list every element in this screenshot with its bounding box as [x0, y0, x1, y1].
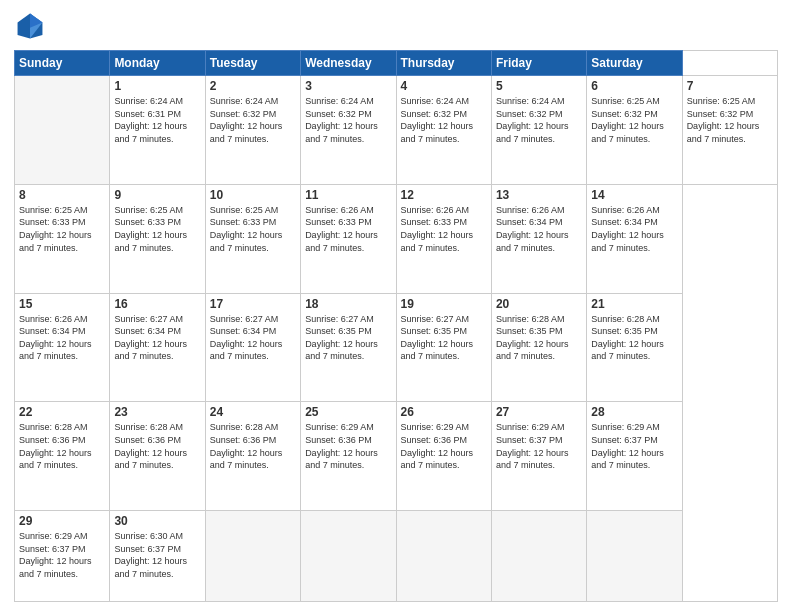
- header: [14, 10, 778, 42]
- day-number: 27: [496, 405, 582, 419]
- day-number: 18: [305, 297, 391, 311]
- day-number: 23: [114, 405, 200, 419]
- day-info: Sunrise: 6:27 AMSunset: 6:35 PMDaylight:…: [401, 313, 487, 363]
- col-monday: Monday: [110, 51, 205, 76]
- day-number: 28: [591, 405, 677, 419]
- day-info: Sunrise: 6:26 AMSunset: 6:34 PMDaylight:…: [496, 204, 582, 254]
- day-cell: 23Sunrise: 6:28 AMSunset: 6:36 PMDayligh…: [110, 402, 205, 511]
- day-cell: 30Sunrise: 6:30 AMSunset: 6:37 PMDayligh…: [110, 511, 205, 602]
- week-row-2: 8Sunrise: 6:25 AMSunset: 6:33 PMDaylight…: [15, 184, 778, 293]
- day-info: Sunrise: 6:25 AMSunset: 6:33 PMDaylight:…: [19, 204, 105, 254]
- day-number: 22: [19, 405, 105, 419]
- day-cell: 9Sunrise: 6:25 AMSunset: 6:33 PMDaylight…: [110, 184, 205, 293]
- day-info: Sunrise: 6:26 AMSunset: 6:33 PMDaylight:…: [305, 204, 391, 254]
- col-saturday: Saturday: [587, 51, 682, 76]
- day-number: 30: [114, 514, 200, 528]
- col-thursday: Thursday: [396, 51, 491, 76]
- day-info: Sunrise: 6:29 AMSunset: 6:36 PMDaylight:…: [305, 421, 391, 471]
- day-cell: 18Sunrise: 6:27 AMSunset: 6:35 PMDayligh…: [301, 293, 396, 402]
- day-number: 11: [305, 188, 391, 202]
- day-number: 4: [401, 79, 487, 93]
- day-cell: 11Sunrise: 6:26 AMSunset: 6:33 PMDayligh…: [301, 184, 396, 293]
- day-number: 7: [687, 79, 773, 93]
- day-info: Sunrise: 6:25 AMSunset: 6:33 PMDaylight:…: [114, 204, 200, 254]
- day-info: Sunrise: 6:28 AMSunset: 6:36 PMDaylight:…: [19, 421, 105, 471]
- day-info: Sunrise: 6:28 AMSunset: 6:36 PMDaylight:…: [210, 421, 296, 471]
- day-cell: 8Sunrise: 6:25 AMSunset: 6:33 PMDaylight…: [15, 184, 110, 293]
- logo: [14, 10, 50, 42]
- day-info: Sunrise: 6:24 AMSunset: 6:32 PMDaylight:…: [496, 95, 582, 145]
- day-cell: [491, 511, 586, 602]
- day-cell: 21Sunrise: 6:28 AMSunset: 6:35 PMDayligh…: [587, 293, 682, 402]
- day-cell: 16Sunrise: 6:27 AMSunset: 6:34 PMDayligh…: [110, 293, 205, 402]
- day-number: 20: [496, 297, 582, 311]
- day-cell: 27Sunrise: 6:29 AMSunset: 6:37 PMDayligh…: [491, 402, 586, 511]
- day-number: 26: [401, 405, 487, 419]
- page: Sunday Monday Tuesday Wednesday Thursday…: [0, 0, 792, 612]
- day-cell: 25Sunrise: 6:29 AMSunset: 6:36 PMDayligh…: [301, 402, 396, 511]
- day-number: 3: [305, 79, 391, 93]
- day-number: 9: [114, 188, 200, 202]
- day-info: Sunrise: 6:24 AMSunset: 6:32 PMDaylight:…: [305, 95, 391, 145]
- day-number: 1: [114, 79, 200, 93]
- day-info: Sunrise: 6:27 AMSunset: 6:34 PMDaylight:…: [210, 313, 296, 363]
- day-number: 6: [591, 79, 677, 93]
- day-cell: 4Sunrise: 6:24 AMSunset: 6:32 PMDaylight…: [396, 76, 491, 185]
- day-cell: [587, 511, 682, 602]
- day-number: 15: [19, 297, 105, 311]
- day-number: 24: [210, 405, 296, 419]
- day-cell: 7Sunrise: 6:25 AMSunset: 6:32 PMDaylight…: [682, 76, 777, 185]
- header-row: Sunday Monday Tuesday Wednesday Thursday…: [15, 51, 778, 76]
- day-cell: 3Sunrise: 6:24 AMSunset: 6:32 PMDaylight…: [301, 76, 396, 185]
- day-info: Sunrise: 6:29 AMSunset: 6:37 PMDaylight:…: [19, 530, 105, 580]
- col-tuesday: Tuesday: [205, 51, 300, 76]
- day-cell: [205, 511, 300, 602]
- day-info: Sunrise: 6:29 AMSunset: 6:37 PMDaylight:…: [496, 421, 582, 471]
- day-info: Sunrise: 6:24 AMSunset: 6:32 PMDaylight:…: [401, 95, 487, 145]
- day-cell: 10Sunrise: 6:25 AMSunset: 6:33 PMDayligh…: [205, 184, 300, 293]
- day-number: 16: [114, 297, 200, 311]
- day-info: Sunrise: 6:25 AMSunset: 6:32 PMDaylight:…: [687, 95, 773, 145]
- day-cell: 12Sunrise: 6:26 AMSunset: 6:33 PMDayligh…: [396, 184, 491, 293]
- calendar-table: Sunday Monday Tuesday Wednesday Thursday…: [14, 50, 778, 602]
- day-cell: 19Sunrise: 6:27 AMSunset: 6:35 PMDayligh…: [396, 293, 491, 402]
- col-wednesday: Wednesday: [301, 51, 396, 76]
- day-info: Sunrise: 6:24 AMSunset: 6:31 PMDaylight:…: [114, 95, 200, 145]
- day-cell: 29Sunrise: 6:29 AMSunset: 6:37 PMDayligh…: [15, 511, 110, 602]
- day-info: Sunrise: 6:24 AMSunset: 6:32 PMDaylight:…: [210, 95, 296, 145]
- day-number: 5: [496, 79, 582, 93]
- day-info: Sunrise: 6:28 AMSunset: 6:35 PMDaylight:…: [496, 313, 582, 363]
- day-cell: 20Sunrise: 6:28 AMSunset: 6:35 PMDayligh…: [491, 293, 586, 402]
- col-sunday: Sunday: [15, 51, 110, 76]
- day-number: 2: [210, 79, 296, 93]
- day-info: Sunrise: 6:27 AMSunset: 6:34 PMDaylight:…: [114, 313, 200, 363]
- day-number: 21: [591, 297, 677, 311]
- week-row-3: 15Sunrise: 6:26 AMSunset: 6:34 PMDayligh…: [15, 293, 778, 402]
- day-info: Sunrise: 6:25 AMSunset: 6:32 PMDaylight:…: [591, 95, 677, 145]
- week-row-4: 22Sunrise: 6:28 AMSunset: 6:36 PMDayligh…: [15, 402, 778, 511]
- day-cell: 28Sunrise: 6:29 AMSunset: 6:37 PMDayligh…: [587, 402, 682, 511]
- day-number: 13: [496, 188, 582, 202]
- day-info: Sunrise: 6:25 AMSunset: 6:33 PMDaylight:…: [210, 204, 296, 254]
- day-info: Sunrise: 6:26 AMSunset: 6:33 PMDaylight:…: [401, 204, 487, 254]
- day-number: 12: [401, 188, 487, 202]
- logo-icon: [14, 10, 46, 42]
- day-number: 10: [210, 188, 296, 202]
- day-cell: 24Sunrise: 6:28 AMSunset: 6:36 PMDayligh…: [205, 402, 300, 511]
- day-cell: 17Sunrise: 6:27 AMSunset: 6:34 PMDayligh…: [205, 293, 300, 402]
- day-info: Sunrise: 6:26 AMSunset: 6:34 PMDaylight:…: [591, 204, 677, 254]
- day-cell: [15, 76, 110, 185]
- day-cell: 15Sunrise: 6:26 AMSunset: 6:34 PMDayligh…: [15, 293, 110, 402]
- day-info: Sunrise: 6:29 AMSunset: 6:37 PMDaylight:…: [591, 421, 677, 471]
- week-row-1: 1Sunrise: 6:24 AMSunset: 6:31 PMDaylight…: [15, 76, 778, 185]
- day-cell: 5Sunrise: 6:24 AMSunset: 6:32 PMDaylight…: [491, 76, 586, 185]
- day-info: Sunrise: 6:26 AMSunset: 6:34 PMDaylight:…: [19, 313, 105, 363]
- day-info: Sunrise: 6:28 AMSunset: 6:35 PMDaylight:…: [591, 313, 677, 363]
- day-cell: 26Sunrise: 6:29 AMSunset: 6:36 PMDayligh…: [396, 402, 491, 511]
- day-cell: [301, 511, 396, 602]
- week-row-5: 29Sunrise: 6:29 AMSunset: 6:37 PMDayligh…: [15, 511, 778, 602]
- day-number: 14: [591, 188, 677, 202]
- day-info: Sunrise: 6:28 AMSunset: 6:36 PMDaylight:…: [114, 421, 200, 471]
- day-info: Sunrise: 6:29 AMSunset: 6:36 PMDaylight:…: [401, 421, 487, 471]
- day-cell: 6Sunrise: 6:25 AMSunset: 6:32 PMDaylight…: [587, 76, 682, 185]
